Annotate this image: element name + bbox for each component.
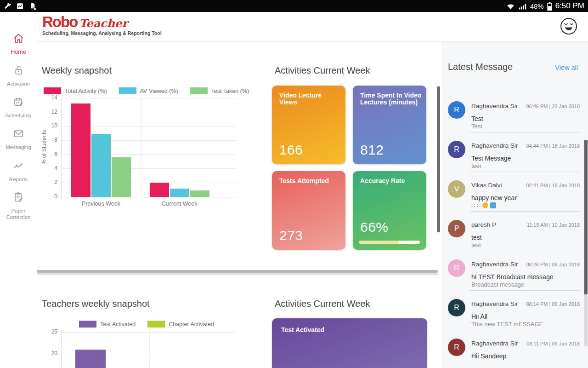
avatar-initial: P (454, 224, 459, 233)
message-timestamp: 11:15 AM | 10 Jan 2018 (527, 222, 580, 228)
message-timestamp: 08:26 PM | 09 Jan 2018 (526, 262, 580, 267)
sidebar-item-scheduling[interactable]: Scheduling (0, 96, 37, 119)
status-bar-right: 48% 6:50 PM (506, 1, 588, 11)
y-tick-label: 2 (40, 179, 57, 185)
y-tick-label: 0 (40, 193, 57, 200)
card-time-spent-video[interactable]: Time Spent In Video Lectures (minutes) 8… (353, 86, 426, 164)
message-divider (469, 251, 580, 251)
legend-item: Total Activity (%) (44, 87, 107, 94)
status-bar: 48% 6:50 PM (0, 0, 588, 12)
message-item[interactable]: Pparesh P11:15 AM | 10 Jan 2018testtest (442, 219, 588, 259)
wrench-icon (4, 2, 12, 10)
avatar-initial: V (454, 185, 459, 193)
bar-test-taken- (112, 157, 131, 197)
sidebar-item-label: Reports (9, 176, 28, 183)
message-sender: Raghavendra Sir (471, 340, 518, 347)
gridline (61, 332, 236, 333)
smiley-emoji-icon (482, 202, 488, 208)
message-timestamp: 02:41 PM | 18 Jan 2018 (526, 183, 580, 188)
section-divider-shadow (37, 273, 438, 275)
sidebar-item-label: Paper Correction (4, 207, 33, 221)
card-tests-attempted[interactable]: Tests Attempted 273 (272, 171, 345, 250)
message-title: hI TEST Broadcast message (471, 273, 553, 281)
weekly-chart-legend: Total Activity (%) AV Viewed (%) Test Ta… (44, 87, 249, 94)
sidebar-item-activation[interactable]: Activation (0, 64, 37, 87)
card-video-lecture-views[interactable]: Video Lecture Views 166 (272, 86, 345, 164)
battery-icon (547, 2, 552, 11)
clipboard-icon (12, 191, 25, 205)
view-all-link[interactable]: View all (555, 64, 578, 71)
card-value: 273 (279, 228, 303, 243)
avatar: R (448, 339, 465, 356)
accuracy-progress-fill (359, 241, 399, 244)
avatar-initial: R (454, 304, 459, 312)
y-tick-label: 14 (40, 94, 57, 101)
card-title: Time Spent In Video Lectures (minutes) (360, 92, 422, 106)
message-sender: Raghavendra Sir (471, 103, 518, 109)
sidebar-item-label: Home (11, 49, 26, 56)
bar-total-activity- (150, 183, 169, 197)
accuracy-progress-track (359, 241, 420, 244)
weekly-snapshot-chart: 02468101214Previous WeekCurrent Week (61, 98, 236, 197)
bar-test-activated (75, 350, 106, 368)
sidebar-item-paper-correction[interactable]: Paper Correction (0, 191, 37, 221)
message-title: test (471, 234, 482, 241)
card-title: Tests Attempted (279, 178, 341, 184)
logo-tagline: Scheduling, Messaging, Analysing & Repor… (42, 30, 162, 36)
chart-box-icon (16, 2, 24, 10)
message-item[interactable]: RRaghavendra Sir08:11 PM | 09 Jan 2018Hi… (442, 338, 588, 368)
profile-smiley-icon[interactable] (560, 17, 578, 37)
message-body: ∷ ∷ (471, 202, 496, 209)
bar-av-viewed- (170, 189, 189, 197)
main-scrollbar-thumb[interactable] (437, 86, 440, 232)
legend-label: AV Viewed (%) (140, 88, 178, 94)
message-item[interactable]: VVikas Dalvi02:41 PM | 18 Jan 2018happy … (442, 179, 588, 219)
message-timestamp: 06:46 PM | 22 Jan 2018 (526, 104, 580, 109)
card-title: Accuracy Rate (360, 178, 422, 184)
message-timestamp: 08:11 PM | 09 Jan 2018 (526, 341, 580, 346)
sidebar-item-messaging[interactable]: Messaging (0, 127, 37, 150)
robo-teacher-logo: Robo Teacher Scheduling, Messaging, Anal… (42, 14, 162, 36)
blue-symbol-emoji-icon (490, 202, 496, 208)
unlock-icon (12, 64, 25, 78)
message-timestamp: 04:44 PM | 18 Jan 2018 (526, 143, 580, 149)
message-item[interactable]: RRaghavendra Sir08:26 PM | 09 Jan 2018hI… (442, 259, 588, 298)
legend-swatch-av-viewed (119, 87, 136, 94)
message-title: Hii Sandeep (471, 352, 506, 360)
avatar-initial: R (454, 106, 459, 114)
calendar-icon (12, 96, 25, 110)
card-title: Video Lecture Views (279, 92, 341, 106)
sidebar-item-reports[interactable]: Reports (0, 160, 37, 183)
messages-scrollbar-thumb[interactable] (584, 140, 588, 294)
y-tick-label: 10 (40, 122, 57, 129)
y-tick-label: 12 (40, 109, 57, 115)
sidebar-item-label: Messaging (6, 144, 31, 150)
battery-percent-label: 48% (530, 2, 544, 10)
avatar: R (448, 259, 465, 277)
weekly-snapshot-title: Weekly snapshot (42, 65, 112, 76)
y-tick-label: 6 (40, 151, 57, 157)
bar-av-viewed- (91, 134, 111, 197)
messages-scrollbar-track[interactable] (584, 294, 588, 346)
card-accuracy-rate[interactable]: Accuracy Rate 66% (353, 171, 426, 250)
message-sender: Vikas Dalvi (471, 182, 502, 189)
legend-item: Test Taken (%) (190, 87, 249, 94)
message-item[interactable]: RRaghavendra Sir08:14 PM | 09 Jan 2018Hi… (442, 298, 588, 338)
message-item[interactable]: RRaghavendra Sir06:46 PM | 22 Jan 2018Te… (442, 100, 588, 140)
message-body: teer (471, 162, 481, 169)
avatar-initial: R (454, 343, 459, 351)
app-screen: 48% 6:50 PM Robo Teacher Scheduling, Mes… (0, 0, 588, 368)
message-item[interactable]: RRaghavendra Sir04:44 PM | 18 Jan 2018Te… (442, 140, 588, 179)
sidebar-item-home[interactable]: Home (0, 32, 37, 56)
card-test-activated[interactable]: Test Activated (272, 318, 427, 368)
latest-message-title: Latest Message (448, 62, 513, 72)
message-divider (469, 330, 580, 330)
bar-total-activity- (71, 104, 90, 197)
legend-label: Test Taken (%) (211, 88, 249, 94)
x-category-label: Previous Week (69, 201, 133, 207)
card-value: 66% (360, 219, 389, 235)
message-title: Hii All (471, 313, 487, 320)
message-list: RRaghavendra Sir06:46 PM | 22 Jan 2018Te… (442, 100, 588, 368)
avatar-initial: R (454, 264, 459, 272)
message-body: Broadcast message (471, 281, 524, 288)
